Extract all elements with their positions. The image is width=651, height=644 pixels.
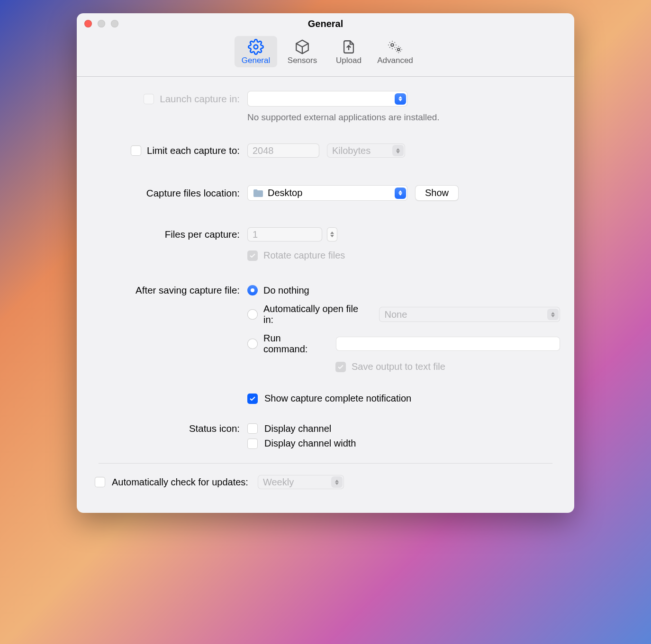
tab-label: Advanced	[377, 56, 413, 65]
save-output-checkbox	[335, 362, 346, 372]
tab-label: General	[242, 56, 270, 65]
after-run-label: Run command:	[263, 333, 326, 355]
cube-icon	[294, 39, 310, 55]
svg-point-2	[398, 49, 400, 51]
limit-unit-value: Kilobytes	[332, 145, 371, 156]
display-channel-label: Display channel	[264, 423, 331, 434]
location-select[interactable]: Desktop	[247, 185, 407, 201]
tab-label: Sensors	[288, 56, 317, 65]
tab-upload[interactable]: Upload	[327, 36, 370, 67]
location-label: Capture files location:	[91, 188, 247, 199]
svg-point-0	[254, 45, 258, 49]
update-interval-select[interactable]: Weekly	[258, 475, 344, 489]
after-save-label: After saving capture file:	[91, 285, 247, 296]
files-per-stepper[interactable]	[327, 227, 337, 242]
limit-capture-checkbox[interactable]	[131, 145, 141, 156]
general-pane: Launch capture in: No supported external…	[77, 77, 574, 489]
gear-icon	[248, 39, 264, 55]
auto-update-checkbox[interactable]	[95, 477, 105, 487]
preferences-window: General General Sensors Upload Advanced	[77, 13, 574, 513]
open-in-value: None	[384, 309, 407, 320]
display-channel-width-checkbox[interactable]	[247, 438, 258, 449]
save-output-label: Save output to text file	[352, 361, 445, 372]
after-open-radio[interactable]	[247, 309, 258, 320]
status-icon-label: Status icon:	[91, 423, 247, 434]
folder-icon	[253, 188, 264, 198]
after-open-label: Automatically open file in:	[263, 304, 371, 325]
tab-general[interactable]: General	[235, 36, 277, 67]
display-channel-checkbox[interactable]	[247, 423, 258, 434]
run-command-field[interactable]	[336, 337, 560, 351]
window-title: General	[77, 18, 574, 29]
double-gear-icon	[387, 39, 403, 55]
files-per-label: Files per capture:	[91, 229, 247, 240]
launch-capture-hint: No supported external applications are i…	[247, 112, 560, 123]
limit-size-field[interactable]: 2048	[247, 143, 319, 158]
display-channel-width-label: Display channel width	[264, 438, 356, 449]
tab-label: Upload	[336, 56, 362, 65]
divider	[99, 463, 552, 464]
tab-sensors[interactable]: Sensors	[281, 36, 324, 67]
rotate-files-label: Rotate capture files	[263, 250, 345, 261]
show-location-button[interactable]: Show	[415, 185, 459, 201]
limit-unit-select[interactable]: Kilobytes	[327, 143, 405, 158]
show-notification-checkbox[interactable]	[247, 394, 258, 404]
files-per-field[interactable]: 1	[247, 227, 322, 242]
after-do-nothing-label: Do nothing	[263, 285, 309, 296]
location-value: Desktop	[268, 188, 302, 198]
auto-update-label: Automatically check for updates:	[112, 477, 248, 488]
after-run-radio[interactable]	[247, 339, 258, 349]
launch-capture-label: Launch capture in:	[160, 93, 240, 105]
limit-capture-label: Limit each capture to:	[147, 145, 240, 156]
titlebar: General	[77, 13, 574, 34]
upload-icon	[341, 39, 357, 55]
tab-advanced[interactable]: Advanced	[374, 36, 416, 67]
launch-capture-select[interactable]	[247, 91, 407, 107]
open-in-select[interactable]: None	[379, 307, 560, 322]
svg-point-1	[391, 44, 394, 47]
prefs-toolbar: General Sensors Upload Advanced	[77, 34, 574, 77]
rotate-files-checkbox	[247, 250, 258, 261]
launch-capture-checkbox	[144, 94, 154, 104]
update-interval-value: Weekly	[263, 477, 294, 488]
after-do-nothing-radio[interactable]	[247, 285, 258, 295]
show-notification-label: Show capture complete notification	[264, 393, 411, 404]
